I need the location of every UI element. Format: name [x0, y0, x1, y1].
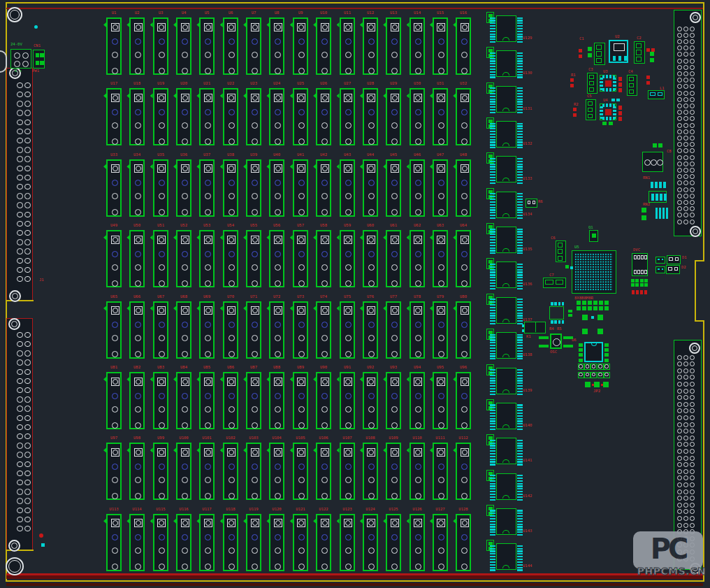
ic-footprint[interactable] — [485, 82, 528, 117]
relay-footprint[interactable] — [386, 301, 401, 359]
relay-footprint[interactable] — [269, 514, 284, 571]
relay-footprint[interactable] — [246, 88, 261, 145]
relay-footprint[interactable] — [363, 159, 378, 217]
relay-footprint[interactable] — [363, 230, 378, 287]
relay-footprint[interactable] — [223, 159, 238, 217]
relay-footprint[interactable] — [176, 514, 191, 571]
connector-left-J1[interactable] — [6, 68, 33, 301]
relay-footprint[interactable] — [363, 88, 378, 145]
ic-footprint[interactable] — [485, 539, 528, 574]
relay-footprint[interactable] — [106, 514, 122, 571]
relay-footprint[interactable] — [246, 372, 261, 429]
relay-footprint[interactable] — [340, 372, 355, 429]
ic-footprint[interactable] — [485, 46, 528, 81]
relay-footprint[interactable] — [340, 230, 355, 287]
ic-footprint[interactable] — [485, 152, 528, 187]
qfp-footprint[interactable] — [600, 75, 616, 92]
pad-group[interactable] — [592, 384, 613, 405]
ic-footprint[interactable] — [485, 117, 528, 152]
relay-footprint[interactable] — [456, 372, 471, 429]
pad-group[interactable] — [618, 77, 639, 98]
resistor-network[interactable] — [655, 208, 676, 222]
relay-footprint[interactable] — [316, 443, 331, 500]
relay-footprint[interactable] — [153, 88, 168, 145]
relay-footprint[interactable] — [153, 301, 168, 359]
relay-footprint[interactable] — [129, 301, 145, 359]
relay-footprint[interactable] — [106, 443, 122, 500]
ic-footprint[interactable] — [485, 187, 528, 222]
relay-footprint[interactable] — [176, 443, 191, 500]
relay-footprint[interactable] — [456, 301, 471, 359]
relay-footprint[interactable] — [199, 159, 215, 217]
relay-footprint[interactable] — [153, 159, 168, 217]
relay-footprint[interactable] — [199, 230, 215, 287]
relay-footprint[interactable] — [363, 514, 378, 571]
relay-footprint[interactable] — [223, 372, 238, 429]
relay-footprint[interactable] — [410, 301, 425, 359]
relay-footprint[interactable] — [269, 372, 284, 429]
relay-footprint[interactable] — [106, 230, 122, 287]
ic-footprint[interactable] — [485, 222, 528, 257]
relay-footprint[interactable] — [129, 88, 145, 145]
relay-footprint[interactable] — [269, 159, 284, 217]
relay-footprint[interactable] — [316, 230, 331, 287]
relay-footprint[interactable] — [456, 159, 471, 217]
connector-left-J2[interactable] — [6, 318, 33, 550]
relay-footprint[interactable] — [316, 514, 331, 571]
relay-footprint[interactable] — [316, 301, 331, 359]
relay-footprint[interactable] — [106, 159, 122, 217]
relay-footprint[interactable] — [386, 514, 401, 571]
pad-group[interactable] — [611, 99, 632, 120]
relay-footprint[interactable] — [223, 17, 238, 75]
relay-footprint[interactable] — [410, 88, 425, 145]
relay-footprint[interactable] — [153, 17, 168, 75]
relay-footprint[interactable] — [106, 301, 122, 359]
relay-footprint[interactable] — [223, 514, 238, 571]
relay-footprint[interactable] — [340, 443, 355, 500]
relay-footprint[interactable] — [223, 443, 238, 500]
pad-group[interactable] — [568, 310, 589, 331]
relay-footprint[interactable] — [153, 372, 168, 429]
relay-footprint[interactable] — [176, 17, 191, 75]
relay-footprint[interactable] — [340, 159, 355, 217]
relay-footprint[interactable] — [363, 301, 378, 359]
relay-footprint[interactable] — [269, 443, 284, 500]
pad-group[interactable] — [573, 108, 594, 129]
relay-footprint[interactable] — [386, 230, 401, 287]
relay-footprint[interactable] — [246, 159, 261, 217]
relay-footprint[interactable] — [246, 301, 261, 359]
relay-footprint[interactable] — [293, 514, 308, 571]
relay-footprint[interactable] — [386, 443, 401, 500]
relay-footprint[interactable] — [269, 230, 284, 287]
relay-footprint[interactable] — [246, 514, 261, 571]
relay-footprint[interactable] — [386, 17, 401, 75]
pcb-canvas[interactable]: U1U2U3U4U5U6U7U8U9U10U11U12U13U14U15U16U… — [0, 0, 710, 588]
relay-footprint[interactable] — [176, 88, 191, 145]
relay-footprint[interactable] — [293, 17, 308, 75]
relay-footprint[interactable] — [363, 372, 378, 429]
relay-footprint[interactable] — [293, 301, 308, 359]
relay-footprint[interactable] — [433, 301, 448, 359]
relay-footprint[interactable] — [410, 443, 425, 500]
relay-footprint[interactable] — [246, 443, 261, 500]
relay-footprint[interactable] — [316, 88, 331, 145]
relay-footprint[interactable] — [456, 514, 471, 571]
relay-footprint[interactable] — [129, 159, 145, 217]
relay-footprint[interactable] — [269, 301, 284, 359]
connector-2x5[interactable] — [578, 364, 611, 381]
relay-footprint[interactable] — [153, 514, 168, 571]
relay-footprint[interactable] — [456, 17, 471, 75]
pin-header[interactable] — [631, 279, 649, 288]
pad-group[interactable] — [602, 122, 623, 143]
relay-footprint[interactable] — [176, 230, 191, 287]
relay-footprint[interactable] — [106, 372, 122, 429]
relay-footprint[interactable] — [129, 17, 145, 75]
relay-footprint[interactable] — [410, 514, 425, 571]
relay-footprint[interactable] — [199, 88, 215, 145]
ic-footprint[interactable] — [485, 293, 528, 328]
ic-footprint[interactable] — [485, 328, 528, 363]
relay-footprint[interactable] — [363, 443, 378, 500]
relay-footprint[interactable] — [293, 159, 308, 217]
relay-footprint[interactable] — [433, 514, 448, 571]
relay-footprint[interactable] — [433, 230, 448, 287]
